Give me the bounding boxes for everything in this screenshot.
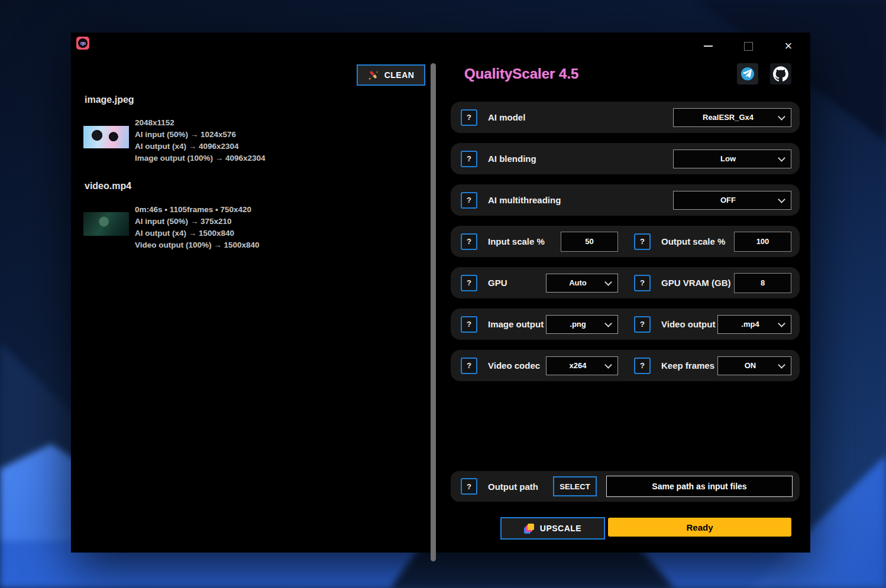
output-scale-label: Output scale % bbox=[661, 236, 725, 246]
help-button-ai-model[interactable]: ? bbox=[461, 109, 477, 126]
ai-model-label: AI model bbox=[488, 112, 525, 122]
row-ai-model: ? AI model RealESR_Gx4 bbox=[451, 102, 800, 133]
ai-multithreading-label: AI multithreading bbox=[488, 195, 561, 205]
help-button-gpu-vram[interactable]: ? bbox=[634, 275, 651, 291]
output-path-label: Output path bbox=[488, 482, 538, 492]
gpu-vram-field[interactable] bbox=[734, 273, 791, 293]
ai-blending-dropdown[interactable]: Low bbox=[673, 150, 791, 168]
input-scale-group: ? Input scale % bbox=[451, 232, 627, 252]
image-output-dropdown[interactable]: .png bbox=[546, 315, 618, 334]
help-button-output-scale[interactable]: ? bbox=[634, 233, 651, 250]
github-button[interactable] bbox=[770, 63, 791, 85]
help-button-gpu[interactable]: ? bbox=[461, 275, 477, 291]
help-button-ai-blending[interactable]: ? bbox=[461, 151, 477, 167]
chevron-down-icon bbox=[778, 154, 785, 162]
gpu-vram-group: ? GPU VRAM (GB) bbox=[627, 273, 800, 293]
video-output-group: ? Video output .mp4 bbox=[627, 315, 800, 334]
video-output-label: Video output bbox=[661, 319, 715, 329]
chevron-down-icon bbox=[604, 320, 612, 327]
clean-button[interactable]: CLEAN bbox=[357, 64, 425, 86]
video-output-value: .mp4 bbox=[741, 320, 767, 329]
layers-icon bbox=[524, 524, 534, 534]
settings-rows: ? AI model RealESR_Gx4 ? AI blending Low… bbox=[451, 102, 800, 381]
video-codec-dropdown[interactable]: x264 bbox=[546, 356, 618, 375]
ai-multithreading-dropdown[interactable]: OFF bbox=[673, 191, 791, 210]
telegram-button[interactable] bbox=[737, 63, 758, 85]
input-scale-label: Input scale % bbox=[488, 236, 545, 246]
output-scale-field[interactable] bbox=[734, 232, 791, 252]
gpu-group: ? GPU Auto bbox=[451, 274, 627, 293]
keep-frames-label: Keep frames bbox=[661, 360, 714, 371]
file-list-scrollbar[interactable] bbox=[431, 63, 436, 561]
video-codec-value: x264 bbox=[570, 361, 595, 370]
help-button-input-scale[interactable]: ? bbox=[461, 233, 477, 250]
keep-frames-dropdown[interactable]: ON bbox=[717, 356, 791, 375]
select-path-button[interactable]: SELECT bbox=[553, 476, 597, 496]
video-codec-label: Video codec bbox=[488, 360, 540, 371]
image-output-label: Image output bbox=[488, 319, 544, 329]
app-logo-text: qs bbox=[78, 38, 88, 48]
github-icon bbox=[773, 66, 788, 82]
help-button-video-codec[interactable]: ? bbox=[461, 358, 477, 374]
app-logo-icon: qs bbox=[76, 37, 89, 50]
file-thumbnail-video bbox=[83, 212, 129, 236]
chevron-down-icon bbox=[604, 361, 612, 369]
row-scale: ? Input scale % ? Output scale % bbox=[451, 226, 800, 257]
ai-blending-value: Low bbox=[720, 154, 744, 163]
keep-frames-value: ON bbox=[745, 361, 765, 370]
chevron-down-icon bbox=[778, 113, 785, 121]
file-details: 2048x1152 AI input (50%) → 1024x576 AI o… bbox=[135, 117, 266, 164]
help-button-image-output[interactable]: ? bbox=[461, 316, 477, 333]
clean-button-label: CLEAN bbox=[384, 70, 415, 80]
image-output-value: .png bbox=[570, 320, 594, 329]
input-scale-field[interactable] bbox=[561, 232, 618, 252]
chevron-down-icon bbox=[778, 196, 785, 203]
gpu-value: Auto bbox=[569, 278, 595, 287]
row-output-path: ? Output path SELECT bbox=[451, 471, 800, 502]
help-button-keep-frames[interactable]: ? bbox=[634, 358, 651, 374]
telegram-icon bbox=[741, 67, 755, 81]
ai-model-dropdown[interactable]: RealESR_Gx4 bbox=[673, 108, 791, 127]
status-badge: Ready bbox=[608, 518, 791, 537]
video-codec-group: ? Video codec x264 bbox=[451, 356, 627, 375]
row-output-format: ? Image output .png ? Video output .mp4 bbox=[451, 308, 800, 340]
ai-blending-label: AI blending bbox=[488, 154, 536, 164]
gpu-vram-label: GPU VRAM (GB) bbox=[661, 278, 731, 288]
gpu-dropdown[interactable]: Auto bbox=[546, 274, 618, 293]
file-name: video.mp4 bbox=[85, 181, 131, 191]
help-button-output-path[interactable]: ? bbox=[461, 478, 477, 495]
upscale-button-label: UPSCALE bbox=[540, 524, 581, 533]
gpu-label: GPU bbox=[488, 278, 507, 288]
paintbrush-icon bbox=[368, 70, 379, 81]
chevron-down-icon bbox=[778, 320, 785, 327]
file-name: image.jpeg bbox=[85, 95, 134, 105]
help-button-ai-multithreading[interactable]: ? bbox=[461, 192, 477, 209]
file-thumbnail-image bbox=[83, 126, 129, 148]
file-details: 0m:46s • 1105frames • 750x420 AI input (… bbox=[135, 204, 260, 251]
ai-multithreading-value: OFF bbox=[720, 196, 744, 204]
page-title: QualityScaler 4.5 bbox=[464, 66, 578, 82]
row-ai-blending: ? AI blending Low bbox=[451, 143, 800, 174]
chevron-down-icon bbox=[778, 361, 785, 369]
row-codec: ? Video codec x264 ? Keep frames ON bbox=[451, 350, 800, 381]
help-button-video-output[interactable]: ? bbox=[634, 316, 651, 333]
keep-frames-group: ? Keep frames ON bbox=[627, 356, 800, 375]
row-gpu: ? GPU Auto ? GPU VRAM (GB) bbox=[451, 267, 800, 298]
qualityscaler-window: qs × CLEAN image.jpeg 2048x1152 AI input… bbox=[71, 33, 810, 553]
video-output-dropdown[interactable]: .mp4 bbox=[717, 315, 791, 334]
row-ai-multithreading: ? AI multithreading OFF bbox=[451, 184, 800, 216]
settings-panel: QualityScaler 4.5 ? AI model RealESR_Gx4 bbox=[451, 33, 800, 553]
output-path-field[interactable] bbox=[606, 476, 793, 497]
upscale-button[interactable]: UPSCALE bbox=[500, 517, 605, 540]
chevron-down-icon bbox=[604, 278, 612, 286]
ai-model-value: RealESR_Gx4 bbox=[703, 113, 762, 122]
image-output-group: ? Image output .png bbox=[451, 315, 627, 334]
output-scale-group: ? Output scale % bbox=[627, 232, 800, 252]
